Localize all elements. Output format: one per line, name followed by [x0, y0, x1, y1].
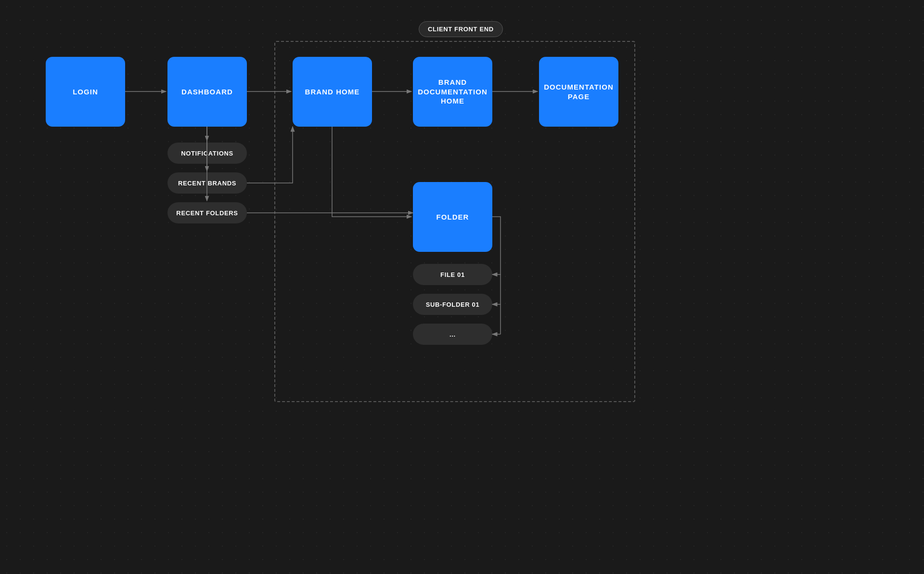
login-box[interactable]: LOGIN [46, 57, 125, 127]
brand-doc-home-box[interactable]: BRAND DOCUMENTATION HOME [413, 57, 492, 127]
ellipsis-pill[interactable]: ... [413, 324, 492, 345]
recent-folders-pill[interactable]: RECENT FOLDERS [167, 202, 247, 223]
folder-box[interactable]: FOLDER [413, 182, 492, 252]
client-frontend-label: CLIENT FRONT END [419, 21, 503, 37]
sub-folder-01-pill[interactable]: SUB-FOLDER 01 [413, 294, 492, 315]
brand-home-box[interactable]: BRAND HOME [293, 57, 372, 127]
recent-brands-pill[interactable]: RECENT BRANDS [167, 172, 247, 194]
documentation-page-box[interactable]: DOCUMENTATION PAGE [539, 57, 618, 127]
notifications-pill[interactable]: NOTIFICATIONS [167, 143, 247, 164]
file-01-pill[interactable]: FILE 01 [413, 264, 492, 285]
dashboard-box[interactable]: DASHBOARD [167, 57, 247, 127]
